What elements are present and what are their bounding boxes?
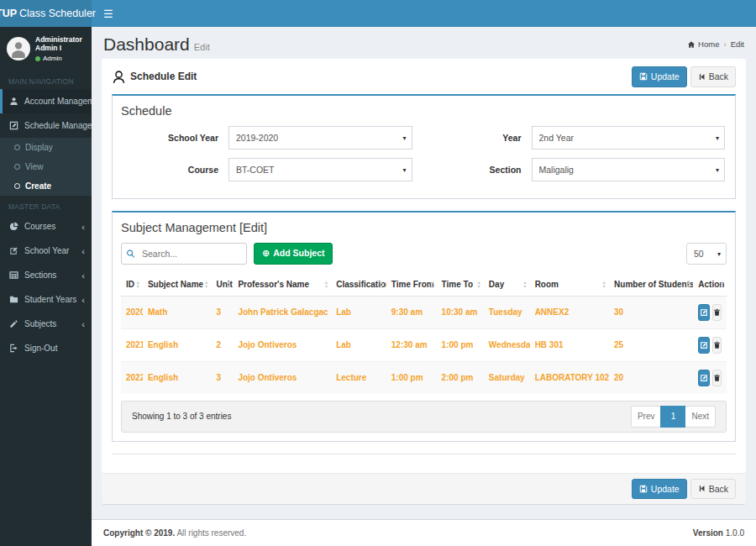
main-footer: Copyright © 2019. All rights reserved. V…: [92, 519, 756, 546]
search-input[interactable]: [121, 243, 247, 265]
cell-day: Tuesday: [484, 296, 530, 328]
column-header-classification[interactable]: Classification▲▼: [331, 273, 386, 297]
sidebar-item-student-years[interactable]: Student Years ‹: [0, 287, 92, 312]
column-header-time-from[interactable]: Time From▲▼: [386, 273, 437, 297]
pencil-icon: [9, 319, 19, 328]
box-actions: Update Back: [632, 66, 736, 87]
sidebar-item-label: Sign-Out: [24, 344, 85, 353]
sidebar-subitem-create[interactable]: Create: [0, 176, 92, 196]
user-status[interactable]: Admin: [35, 55, 85, 62]
update-button-top[interactable]: Update: [632, 66, 687, 87]
table-toolbar: ⊕ Add Subject 50 ▾: [121, 243, 727, 265]
column-header-unit[interactable]: Unit▲▼: [211, 273, 233, 297]
section-field: Section Maligalig ▾: [424, 158, 727, 181]
table-info: Showing 1 to 3 of 3 entries: [132, 412, 231, 421]
cell-action: [693, 328, 727, 361]
box-title: Schedule Edit: [130, 71, 197, 82]
breadcrumb-home-label: Home: [698, 39, 719, 49]
delete-row-button[interactable]: [712, 337, 722, 354]
cell-professor: Jojo Ontiveros: [233, 361, 331, 394]
edit-row-button[interactable]: [698, 337, 710, 354]
trash-icon: [713, 374, 721, 382]
sort-icons: ▲▼: [686, 281, 690, 288]
cell-id: 2022: [121, 361, 143, 394]
column-header-id[interactable]: ID▲▼: [121, 273, 143, 297]
pagination-prev-button[interactable]: Prev: [631, 406, 662, 428]
cell-time-from: 1:00 pm: [386, 361, 437, 394]
sidebar-item-sections[interactable]: Sections ‹: [0, 263, 92, 287]
column-header-day[interactable]: Day▲▼: [484, 273, 530, 297]
user-status-label: Admin: [43, 55, 62, 62]
folder-icon: [9, 295, 19, 304]
copyright-bold: Copyright © 2019.: [103, 528, 175, 538]
sidebar-item-sign-out[interactable]: Sign-Out: [0, 336, 92, 360]
sidebar-item-account-management[interactable]: Account Management ‹: [0, 89, 92, 113]
sidebar-subitem-view[interactable]: View: [0, 157, 92, 176]
cell-time-from: 9:30 am: [386, 296, 437, 328]
page-title: DashboardEdit: [103, 34, 210, 55]
sidebar-item-courses[interactable]: Courses ‹: [0, 214, 92, 239]
save-icon: [639, 72, 648, 81]
cell-time-to: 1:00 pm: [437, 328, 484, 361]
edit-icon: [700, 341, 708, 349]
back-button-top[interactable]: Back: [690, 66, 736, 87]
sidebar-item-schedule-management[interactable]: Schedule Management ‹: [0, 113, 92, 138]
cell-classification: Lab: [331, 328, 386, 361]
update-button-bottom[interactable]: Update: [632, 479, 687, 500]
course-select[interactable]: BT-COET: [228, 158, 412, 181]
edit-row-button[interactable]: [698, 304, 710, 321]
breadcrumb-home[interactable]: Home: [687, 39, 719, 49]
sidebar-item-school-year[interactable]: School Year ‹: [0, 239, 92, 263]
year-field: Year 2nd Year ▾: [424, 126, 727, 150]
sort-icons: ▲▼: [522, 281, 527, 288]
save-icon: [639, 485, 648, 493]
cell-subject: English: [143, 328, 211, 361]
sidebar-item-label: View: [25, 162, 85, 171]
sidebar-subitem-display[interactable]: Display: [0, 138, 92, 157]
chevron-left-icon: ‹: [81, 320, 85, 328]
sidebar-item-subjects[interactable]: Subjects ‹: [0, 312, 92, 336]
pagination-next-button[interactable]: Next: [685, 406, 716, 428]
sidebar-header-main-navigation: MAIN NAVIGATION: [0, 71, 92, 89]
back-button-label: Back: [709, 72, 728, 81]
column-label: Number of Students: [614, 280, 693, 289]
column-header-number-of-students[interactable]: Number of Students▲▼: [609, 273, 693, 297]
cell-time-to: 2:00 pm: [437, 361, 484, 394]
sidebar-item-label: School Year: [24, 246, 76, 255]
copyright-rest: All rights reserved.: [176, 528, 246, 538]
sort-icons: ▲▼: [324, 281, 328, 288]
select-wrap: 2nd Year ▾: [532, 126, 726, 150]
sidebar-toggle-button[interactable]: ☰: [92, 0, 125, 27]
edit-row-button[interactable]: [698, 370, 710, 386]
form-row: Course BT-COET ▾ Section Maligalig ▾: [121, 158, 727, 190]
page-title-text: Dashboard: [103, 34, 190, 54]
page-size-wrap: 50 ▾: [686, 243, 727, 265]
section-select[interactable]: Maligalig: [532, 158, 726, 181]
box-footer: Update Back: [102, 473, 746, 505]
page-size-select[interactable]: 50: [686, 243, 727, 265]
schedule-section: Schedule School Year 2019-2020 ▾ Year 2n…: [112, 94, 736, 199]
delete-row-button[interactable]: [712, 370, 722, 386]
column-header-time-to[interactable]: Time To▲▼: [437, 273, 484, 297]
column-header-professors-name[interactable]: Professor's Name▲▼: [233, 273, 331, 297]
cell-day: Wednesday: [484, 328, 530, 361]
pagination: Prev 1 Next: [631, 406, 716, 428]
select-wrap: 2019-2020 ▾: [228, 126, 412, 150]
select-wrap: Maligalig ▾: [532, 158, 726, 181]
year-select[interactable]: 2nd Year: [532, 126, 726, 150]
add-subject-button[interactable]: ⊕ Add Subject: [254, 243, 333, 265]
school-year-field: School Year 2019-2020 ▾: [121, 126, 424, 150]
school-year-select[interactable]: 2019-2020: [228, 126, 412, 150]
pagination-page-1-button[interactable]: 1: [660, 406, 685, 428]
column-header-room[interactable]: Room▲▼: [530, 273, 609, 297]
user-name: Administrator Admin I: [35, 35, 85, 52]
back-button-bottom[interactable]: Back: [690, 479, 736, 500]
column-header-action[interactable]: Action▲▼: [693, 273, 727, 297]
brand-rest: Class Scheduler: [19, 8, 96, 19]
delete-row-button[interactable]: [712, 304, 722, 321]
online-status-icon: [35, 56, 40, 61]
course-field: Course BT-COET ▾: [121, 158, 424, 181]
version-number: 1.0.0: [726, 528, 744, 538]
brand-logo[interactable]: TUP Class Scheduler: [0, 0, 92, 27]
column-header-subject-name[interactable]: Subject Name▲▼: [143, 273, 211, 297]
